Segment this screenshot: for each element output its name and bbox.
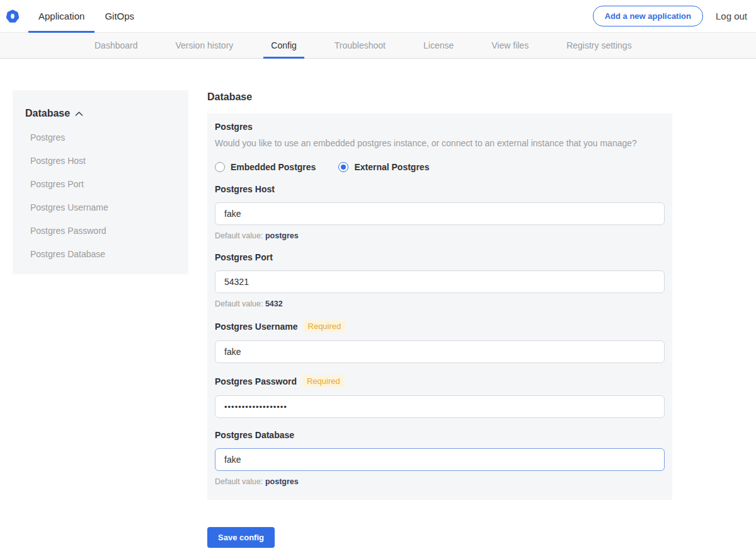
postgres-port-input[interactable] bbox=[215, 270, 665, 293]
field-postgres-password: Postgres Password Required bbox=[215, 375, 665, 418]
subtab-registry-settings-label: Registry settings bbox=[566, 40, 631, 50]
chevron-up-icon bbox=[75, 111, 83, 117]
default-label: Default value: bbox=[215, 231, 263, 240]
postgres-username-label: Postgres Username bbox=[215, 322, 298, 332]
app-logo bbox=[0, 0, 28, 32]
default-label: Default value: bbox=[215, 299, 263, 308]
add-application-button[interactable]: Add a new application bbox=[593, 6, 703, 26]
subtab-troubleshoot[interactable]: Troubleshoot bbox=[327, 33, 393, 58]
field-postgres-username: Postgres Username Required bbox=[215, 320, 665, 363]
top-navbar: Application GitOps Add a new application… bbox=[0, 0, 756, 33]
postgres-password-label: Postgres Password bbox=[215, 376, 297, 386]
sidebar-item-postgres-host[interactable]: Postgres Host bbox=[30, 156, 176, 166]
subtab-registry-settings[interactable]: Registry settings bbox=[559, 33, 639, 58]
topnav-tabs: Application GitOps bbox=[28, 0, 144, 32]
radio-external-postgres[interactable]: External Postgres bbox=[338, 162, 429, 172]
subtab-troubleshoot-label: Troubleshoot bbox=[335, 40, 386, 50]
radio-unselected-icon bbox=[215, 162, 225, 172]
subtab-dashboard[interactable]: Dashboard bbox=[87, 33, 146, 58]
tab-gitops-label: GitOps bbox=[105, 11, 134, 21]
postgres-port-default-hint: Default value: 5432 bbox=[215, 299, 665, 308]
config-sidebar: Database Postgres Postgres Host Postgres… bbox=[13, 90, 188, 274]
subtab-license-label: License bbox=[423, 40, 454, 50]
subtab-version-history-label: Version history bbox=[176, 40, 234, 50]
default-label: Default value: bbox=[215, 477, 263, 486]
sidebar-group-database-label: Database bbox=[25, 108, 70, 119]
postgres-mode-radio-group: Embedded Postgres External Postgres bbox=[215, 162, 665, 172]
postgres-database-label: Postgres Database bbox=[215, 430, 294, 440]
postgres-host-default-hint: Default value: postgres bbox=[215, 231, 665, 240]
config-main: Database Postgres Would you like to use … bbox=[207, 90, 672, 548]
group-help-text: Would you like to use an embedded postgr… bbox=[215, 138, 665, 148]
tab-application-label: Application bbox=[38, 11, 84, 21]
subtab-config-label: Config bbox=[271, 40, 296, 50]
default-value: 5432 bbox=[265, 299, 283, 308]
postgres-username-input[interactable] bbox=[215, 340, 665, 363]
radio-embedded-postgres[interactable]: Embedded Postgres bbox=[215, 162, 316, 172]
default-value: postgres bbox=[265, 231, 299, 240]
sidebar-items: Postgres Postgres Host Postgres Port Pos… bbox=[30, 132, 176, 259]
app-subnav: Dashboard Version history Config Trouble… bbox=[0, 33, 756, 59]
tab-application[interactable]: Application bbox=[28, 0, 94, 32]
postgres-host-label: Postgres Host bbox=[215, 184, 275, 194]
kots-logo-icon bbox=[6, 9, 20, 23]
field-postgres-host: Postgres Host Default value: postgres bbox=[215, 184, 665, 240]
subtab-view-files[interactable]: View files bbox=[484, 33, 536, 58]
subtab-version-history[interactable]: Version history bbox=[168, 33, 241, 58]
topnav-right: Add a new application Log out bbox=[593, 0, 756, 32]
field-postgres-database: Postgres Database Default value: postgre… bbox=[215, 430, 665, 486]
postgres-database-default-hint: Default value: postgres bbox=[215, 477, 665, 486]
section-title: Database bbox=[207, 91, 672, 103]
sidebar-item-postgres-username[interactable]: Postgres Username bbox=[30, 202, 176, 212]
sidebar-item-postgres-database[interactable]: Postgres Database bbox=[30, 249, 176, 259]
group-name: Postgres bbox=[215, 122, 665, 132]
required-badge: Required bbox=[302, 375, 345, 387]
postgres-host-input[interactable] bbox=[215, 202, 665, 225]
content-area: Database Postgres Postgres Host Postgres… bbox=[0, 59, 756, 548]
sidebar-item-postgres-password[interactable]: Postgres Password bbox=[30, 226, 176, 236]
sidebar-item-postgres-port[interactable]: Postgres Port bbox=[30, 179, 176, 189]
subtab-view-files-label: View files bbox=[491, 40, 529, 50]
subtab-config[interactable]: Config bbox=[263, 33, 304, 58]
sidebar-group-database[interactable]: Database bbox=[25, 108, 176, 119]
radio-selected-icon bbox=[338, 162, 348, 172]
config-group-card: Postgres Would you like to use an embedd… bbox=[207, 113, 672, 500]
default-value: postgres bbox=[265, 477, 299, 486]
postgres-database-input[interactable] bbox=[215, 448, 665, 471]
field-postgres-port: Postgres Port Default value: 5432 bbox=[215, 252, 665, 308]
subtab-license[interactable]: License bbox=[416, 33, 461, 58]
postgres-port-label: Postgres Port bbox=[215, 252, 273, 262]
sidebar-item-postgres[interactable]: Postgres bbox=[30, 132, 176, 142]
logout-link[interactable]: Log out bbox=[716, 11, 747, 21]
save-config-button[interactable]: Save config bbox=[207, 527, 275, 548]
tab-gitops[interactable]: GitOps bbox=[94, 0, 144, 32]
required-badge: Required bbox=[304, 320, 346, 332]
radio-embedded-postgres-label: Embedded Postgres bbox=[231, 162, 316, 172]
radio-external-postgres-label: External Postgres bbox=[354, 162, 429, 172]
subtab-dashboard-label: Dashboard bbox=[94, 40, 138, 50]
postgres-password-input[interactable] bbox=[215, 395, 665, 418]
